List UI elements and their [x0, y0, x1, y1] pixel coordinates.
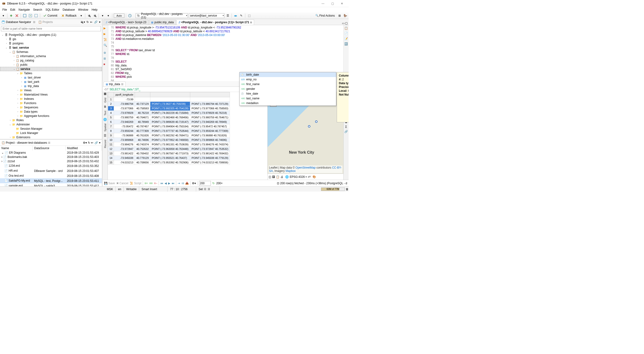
projects-tab[interactable]: 📋 Projects: [37, 20, 54, 24]
grid-row[interactable]: 15-74.01521340.708656POINT (-73.953392 4…: [108, 160, 230, 165]
config-icon[interactable]: ⚙: [104, 51, 107, 55]
tx-mode-icon[interactable]: 🔌: [87, 13, 92, 18]
autocomplete-item[interactable]: ABCgender: [240, 87, 336, 91]
tx-mode2-icon[interactable]: 🔌: [92, 13, 97, 18]
grid-row[interactable]: 7-73.9547240.787457POINT (-73.994904 40.…: [108, 124, 230, 129]
execute-script-icon[interactable]: 📜: [104, 38, 107, 42]
project-table[interactable]: Name DataSource Modified ⌄ 📄 ER Diagrams…: [0, 146, 102, 186]
spatial-tab-icon[interactable]: 🌐: [103, 118, 107, 121]
nav-link-icon[interactable]: 🔗: [94, 20, 98, 24]
menu-file[interactable]: File: [1, 7, 8, 12]
tree-node[interactable]: ⌄taxi_service: [0, 45, 102, 50]
autocomplete-item[interactable]: ABCmedallion: [240, 101, 336, 106]
tree-node[interactable]: ›gis: [0, 37, 102, 41]
project-row[interactable]: ⌄ 📄 ER Diagrams2019-08-15 23:01:53.429: [0, 151, 102, 155]
templates-icon[interactable]: 📄: [344, 32, 348, 35]
autocomplete-item[interactable]: ABClast_name: [240, 96, 336, 101]
record-tab-icon[interactable]: ☰: [104, 134, 106, 137]
outline-icon[interactable]: 📋: [344, 26, 348, 30]
del-row-icon[interactable]: ≡−: [154, 182, 157, 185]
autocomplete-item[interactable]: 123emp_no: [240, 77, 336, 82]
tree-node[interactable]: ›Indexes: [0, 97, 102, 101]
tree-node[interactable]: ›Data types: [0, 110, 102, 114]
map-epsg-icon[interactable]: 🌐: [285, 175, 289, 178]
tree-node[interactable]: ›Sequences: [0, 105, 102, 110]
autocomplete-item[interactable]: 🕐birth_date: [240, 72, 336, 77]
project-refresh-icon[interactable]: ↻: [88, 141, 90, 144]
edit-icon[interactable]: ✎: [239, 13, 244, 18]
tree-node[interactable]: ›Aggregate functions: [0, 114, 102, 118]
menu-navigate[interactable]: Navigate: [17, 7, 31, 12]
tree-node[interactable]: ›postgres: [0, 41, 102, 45]
grid-row[interactable]: 5-73.98075940.764671POINT (-73.982468 40…: [108, 115, 230, 120]
fetch-all-icon[interactable]: ⇉: [182, 182, 184, 185]
panel-groupby-icon[interactable]: Σ: [345, 125, 347, 129]
col-name[interactable]: Name: [0, 146, 33, 151]
grid-row[interactable]: 3-73.97706640.758583POINT (-73.992325 40…: [108, 106, 230, 111]
menu-sqleditor[interactable]: SQL Editor: [44, 7, 60, 12]
tree-node[interactable]: ⌄Schemas: [0, 50, 102, 54]
grid-tab-icon[interactable]: ▦: [104, 92, 106, 95]
find-actions-button[interactable]: 🔍 Find Actions: [314, 13, 336, 18]
editor-tab-1[interactable]: public.trip_data: [149, 19, 176, 25]
database-tree[interactable]: ⌄PostgreSQL - db2.dev - postgres (11)›gi…: [0, 32, 102, 139]
col-datasource[interactable]: DataSource: [33, 146, 66, 151]
mapbox-link[interactable]: Mapbox: [286, 169, 296, 173]
grid-row[interactable]: 11-73.98427640.743374POINT (-73.981331 4…: [108, 142, 230, 147]
row-count-input[interactable]: [199, 181, 211, 186]
sql-new-icon[interactable]: +: [28, 13, 33, 18]
tab-max-icon[interactable]: ▢: [345, 21, 348, 25]
sql-editor-icon[interactable]: [22, 13, 27, 18]
grid-row[interactable]: 10-73.98986840.74696POINT (-73.977852 40…: [108, 138, 230, 142]
tree-node[interactable]: ›public: [0, 63, 102, 67]
maximize-button[interactable]: ▢: [328, 0, 337, 7]
autocomplete-popup[interactable]: 🕐birth_date123emp_noABCfirst_nameABCgend…: [239, 72, 336, 106]
explain-icon[interactable]: 🔍: [104, 44, 107, 47]
tx-dropdown-icon[interactable]: ▾: [79, 13, 84, 18]
prev-icon[interactable]: ◀: [164, 182, 167, 185]
save-button[interactable]: 💾 Save: [104, 182, 115, 185]
schema-combo[interactable]: service@taxi_service: [189, 13, 224, 18]
execute-icon[interactable]: ▶: [104, 26, 107, 30]
new-dropdown-icon[interactable]: ▾: [1, 13, 6, 18]
menu-search[interactable]: Search: [32, 7, 44, 12]
dup-row-icon[interactable]: ≡≡: [149, 182, 152, 185]
connection-combo[interactable]: 🐘PostgreSQL - db2.dev - postgres (11): [136, 13, 188, 18]
project-row[interactable]: 📄 Ora test.erd2019-08-15 23:01:53.408: [0, 173, 102, 178]
grid-row[interactable]: 6-73.94026940.78949POINT (-73.989639 40.…: [108, 120, 230, 124]
menu-edit[interactable]: Edit: [9, 7, 16, 12]
menu-help[interactable]: Help: [90, 7, 99, 12]
script-button[interactable]: 📜 Script: [130, 182, 141, 185]
first-icon[interactable]: ⏮: [160, 182, 163, 185]
heap-bar[interactable]: 60M of 77M: [321, 187, 345, 191]
nav-add-icon[interactable]: 🔌▾: [80, 20, 85, 24]
nav-refresh-icon[interactable]: ↻: [86, 20, 89, 24]
grid-row[interactable]: 9-73.9688840.761826POINT (-73.982292 40.…: [108, 133, 230, 138]
project-row[interactable]: 📄 sample.erdMySQL - sakila32019-08-15 23…: [0, 183, 102, 186]
nav-menu-icon[interactable]: ▾: [99, 20, 100, 24]
map-flip-icon[interactable]: ⮂: [308, 175, 310, 178]
cloud-icon[interactable]: [233, 13, 238, 18]
commit-button[interactable]: Commit: [42, 13, 59, 18]
nav-collapse-icon[interactable]: ⇤: [90, 20, 92, 24]
project-collapse-icon[interactable]: ⇤: [91, 141, 94, 144]
col-header-lon[interactable]: ppoff_longitude: [114, 92, 135, 97]
disconnect-icon[interactable]: [14, 13, 19, 18]
add-row-icon[interactable]: ≡+: [144, 182, 148, 185]
autocommit-toggle[interactable]: Auto: [114, 13, 124, 18]
project-row[interactable]: › 📄 Bookmarks.bak2019-08-15 23:01:53.403: [0, 155, 102, 159]
tab-close-icon[interactable]: ⊠: [250, 21, 252, 24]
dbeaver-perspective-icon[interactable]: 🦫: [343, 13, 348, 18]
result-tab-tripdata[interactable]: trip_data ⊠: [104, 82, 126, 87]
panel-icon[interactable]: ⊞: [104, 57, 107, 61]
osm-link[interactable]: OpenStreetMap: [296, 166, 316, 169]
tree-node[interactable]: Lock Manager: [0, 131, 102, 135]
last-icon[interactable]: ⏭: [172, 182, 174, 185]
gc-icon[interactable]: 🗑: [346, 187, 348, 191]
project-tab[interactable]: 📋 Project - dbeaver-test-databases: [2, 141, 47, 144]
tree-node[interactable]: ›pg_catalog: [0, 58, 102, 63]
export-icon[interactable]: 📤: [185, 182, 189, 185]
text-tab-icon[interactable]: 🗎: [104, 105, 106, 108]
grid-row[interactable]: 8-73.95924440.777309POINT (-73.977737 40…: [108, 129, 230, 133]
menu-window[interactable]: Window: [77, 7, 90, 12]
